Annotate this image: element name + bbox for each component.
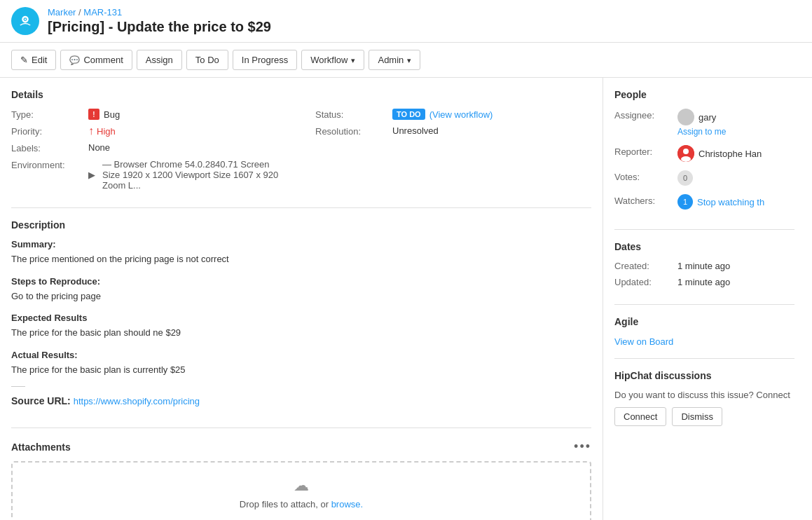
watchers-badge: 1	[677, 194, 693, 210]
bug-icon: !	[88, 109, 99, 120]
agile-title: Agile	[614, 316, 794, 327]
toolbar: Edit Comment Assign To Do In Progress Wo…	[0, 43, 812, 78]
todo-button[interactable]: To Do	[186, 50, 228, 70]
status-row: Status: TO DO (View workflow)	[315, 109, 591, 120]
assign-button[interactable]: Assign	[137, 50, 182, 70]
description-title: Description	[11, 219, 591, 231]
chevron-down-icon	[407, 55, 411, 65]
reporter-value: Christophe Han	[677, 145, 762, 162]
updated-row: Updated: 1 minute ago	[614, 277, 794, 287]
attachments-title: Attachments	[11, 442, 71, 453]
source-label: Source URL:	[11, 395, 71, 406]
description-separator	[11, 386, 25, 387]
priority-label: Priority:	[11, 125, 88, 137]
hipchat-text: Do you want to discuss this issue? Conne…	[614, 390, 794, 400]
project-logo	[11, 7, 39, 35]
reporter-label: Reporter:	[614, 145, 677, 157]
description-section: Description Summary: The price mentioned…	[11, 219, 591, 428]
assign-to-me-link[interactable]: Assign to me	[677, 127, 726, 137]
source-url-block: Source URL: https://www.shopify.com/pric…	[11, 395, 591, 406]
connect-button[interactable]: Connect	[614, 407, 666, 426]
labels-row: Labels: None	[11, 142, 287, 153]
resolution-value: Unresolved	[392, 125, 439, 136]
assignee-name: gary	[699, 112, 716, 123]
workflow-button[interactable]: Workflow	[301, 50, 364, 70]
comment-icon	[69, 55, 80, 65]
steps-heading: Steps to Reproduce:	[11, 276, 591, 287]
environment-row: Environment: ▶ — Browser Chrome 54.0.284…	[11, 159, 287, 191]
dismiss-button[interactable]: Dismiss	[672, 407, 722, 426]
hipchat-title: HipChat discussions	[614, 370, 794, 381]
svg-point-13	[683, 149, 689, 154]
agile-section: Agile View on Board	[614, 316, 794, 359]
hipchat-section: HipChat discussions Do you want to discu…	[614, 370, 794, 426]
watchers-row: Watchers: 1 Stop watching th	[614, 194, 794, 210]
labels-value: None	[88, 142, 110, 153]
content-area: Details Type: ! Bug Priority: ↑	[0, 78, 603, 520]
drop-text: Drop files to attach, or	[240, 499, 331, 509]
created-label: Created:	[614, 261, 677, 271]
edit-icon	[20, 55, 28, 65]
assignee-avatar	[677, 109, 694, 125]
dates-section: Dates Created: 1 minute ago Updated: 1 m…	[614, 241, 794, 305]
svg-point-14	[681, 156, 691, 162]
browse-link[interactable]: browse.	[331, 499, 364, 509]
type-label: Type:	[11, 109, 88, 120]
watchers-value: 1 Stop watching th	[677, 194, 764, 210]
svg-point-3	[25, 18, 26, 20]
attachments-section: Attachments ••• ☁ Drop files to attach, …	[11, 439, 591, 520]
updated-value: 1 minute ago	[677, 277, 730, 287]
summary-heading: Summary:	[11, 239, 591, 249]
status-label: Status:	[315, 109, 392, 120]
reporter-row: Reporter: Christophe Han	[614, 145, 794, 162]
reporter-avatar	[677, 145, 694, 162]
steps-block: Steps to Reproduce: Go to the pricing pa…	[11, 276, 591, 303]
stop-watching-link[interactable]: Stop watching th	[697, 197, 764, 207]
votes-badge: 0	[677, 170, 693, 186]
environment-label: Environment:	[11, 159, 88, 170]
assignee-value: gary Assign to me	[677, 109, 726, 137]
attachments-more-button[interactable]: •••	[574, 439, 591, 454]
breadcrumb: Marker / MAR-131	[48, 7, 271, 18]
reporter-name: Christophe Han	[699, 149, 762, 159]
env-toggle[interactable]: ▶	[88, 170, 95, 180]
source-url-link[interactable]: https://www.shopify.com/pricing	[74, 396, 200, 406]
edit-button[interactable]: Edit	[11, 50, 56, 70]
header-text: Marker / MAR-131 [Pricing] - Update the …	[48, 7, 271, 35]
type-value: ! Bug	[88, 109, 120, 120]
status-badge: TO DO	[392, 109, 425, 120]
assignee-row: Assignee: gary Assign to me	[614, 109, 794, 137]
steps-text: Go to the pricing page	[11, 289, 591, 303]
reporter-person: Christophe Han	[677, 145, 762, 162]
status-value: TO DO (View workflow)	[392, 109, 493, 120]
priority-row: Priority: ↑ High	[11, 125, 287, 137]
actual-block: Actual Results: The price for the basic …	[11, 350, 591, 377]
actual-heading: Actual Results:	[11, 350, 591, 360]
people-title: People	[614, 89, 794, 100]
attachments-header: Attachments •••	[11, 439, 591, 454]
page-header: Marker / MAR-131 [Pricing] - Update the …	[0, 0, 812, 43]
priority-value: ↑ High	[88, 125, 116, 137]
upload-icon: ☁	[27, 477, 576, 495]
view-workflow-link[interactable]: (View workflow)	[429, 109, 493, 120]
issue-link[interactable]: MAR-131	[83, 7, 122, 18]
summary-block: Summary: The price mentioned on the pric…	[11, 239, 591, 266]
votes-label: Votes:	[614, 170, 677, 182]
votes-value: 0	[677, 170, 693, 186]
environment-value: ▶ — Browser Chrome 54.0.2840.71 Screen S…	[88, 159, 287, 191]
in-progress-button[interactable]: In Progress	[233, 50, 297, 70]
votes-row: Votes: 0	[614, 170, 794, 186]
resolution-label: Resolution:	[315, 125, 392, 137]
view-board-link[interactable]: View on Board	[614, 336, 673, 347]
main-layout: Details Type: ! Bug Priority: ↑	[0, 78, 812, 520]
assignee-person: gary	[677, 109, 726, 125]
resolution-row: Resolution: Unresolved	[315, 125, 591, 137]
project-link[interactable]: Marker	[48, 7, 76, 18]
admin-button[interactable]: Admin	[369, 50, 420, 70]
created-row: Created: 1 minute ago	[614, 261, 794, 271]
issue-title: [Pricing] - Update the price to $29	[48, 19, 271, 35]
updated-label: Updated:	[614, 277, 677, 287]
drop-zone[interactable]: ☁ Drop files to attach, or browse.	[11, 461, 591, 520]
comment-button[interactable]: Comment	[60, 50, 132, 70]
type-row: Type: ! Bug	[11, 109, 287, 120]
